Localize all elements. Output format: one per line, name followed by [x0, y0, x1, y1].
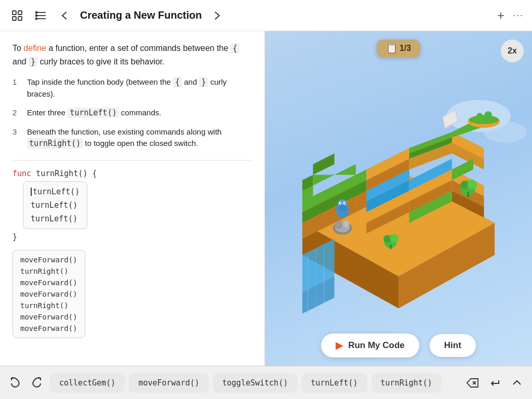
step-3-num: 3: [12, 126, 21, 150]
svg-rect-3: [18, 17, 22, 20]
turnleft-2: turnLeft(): [31, 201, 77, 210]
step-3-text: Beneath the function, use existing comma…: [27, 126, 252, 150]
svg-point-8: [36, 15, 37, 16]
closing-brace: }: [12, 232, 252, 242]
grid-view-button[interactable]: [8, 7, 26, 24]
add-button[interactable]: +: [497, 9, 504, 22]
turnright-inline: turnRight(): [27, 138, 83, 149]
svg-point-7: [36, 11, 37, 13]
delete-key-button[interactable]: [462, 374, 482, 392]
svg-rect-67: [468, 192, 469, 197]
close-brace-inline: }: [199, 77, 208, 87]
svg-point-70: [390, 234, 398, 243]
turnleft-1: turnLeft(): [33, 187, 79, 196]
right-panel: 📋 1/3 2x: [265, 31, 532, 366]
close-brace: }: [29, 57, 37, 67]
bottom-right: [462, 374, 526, 392]
turnleft-3: turnLeft(): [31, 214, 77, 223]
step-1: 1 Tap inside the function body (between …: [12, 76, 252, 100]
func-signature: func turnRight() {: [12, 169, 252, 178]
cmd-6: moveForward(): [20, 313, 77, 321]
cmd-1: moveForward(): [20, 256, 77, 264]
func-body-wrapper: turnLeft() turnLeft() turnLeft(): [23, 181, 252, 229]
divider: [12, 160, 252, 161]
game-bottom-buttons: ▶ Run My Code Hint: [265, 334, 532, 357]
cmd-4: moveForward(): [20, 290, 77, 298]
game-world: [265, 57, 532, 314]
play-icon: ▶: [336, 340, 343, 351]
top-bar: Creating a New Function + ···: [0, 0, 532, 31]
turnleft-inline: turnLeft(): [68, 108, 118, 118]
svg-point-9: [36, 18, 37, 19]
instruction-intro: To define a function, enter a set of com…: [12, 42, 252, 68]
left-panel: To define a function, enter a set of com…: [0, 31, 265, 366]
enter-key-button[interactable]: [486, 374, 504, 392]
cmd-7: moveForward(): [20, 324, 77, 332]
cursor: [31, 188, 32, 196]
step-1-text: Tap inside the function body (between th…: [27, 76, 252, 100]
open-brace: {: [231, 43, 240, 54]
top-bar-left: Creating a New Function: [8, 7, 225, 24]
hint-button[interactable]: Hint: [430, 334, 476, 357]
commands-box[interactable]: moveForward() turnRight() moveForward() …: [12, 250, 85, 338]
svg-rect-2: [12, 17, 16, 20]
svg-point-74: [476, 113, 483, 119]
toggle-switch-chip[interactable]: toggleSwitch(): [213, 373, 297, 393]
undo-button[interactable]: [6, 373, 24, 392]
run-code-button[interactable]: ▶ Run My Code: [321, 334, 419, 357]
main-content: To define a function, enter a set of com…: [0, 31, 532, 366]
svg-point-73: [469, 115, 499, 124]
level-text: 1/3: [400, 44, 411, 53]
forward-button[interactable]: [208, 7, 225, 24]
code-area[interactable]: func turnRight() { turnLeft() turnLeft()…: [12, 169, 252, 338]
turn-right-chip[interactable]: turnRight(): [371, 373, 442, 393]
step-2: 2 Enter three turnLeft() commands.: [12, 107, 252, 119]
func-body-box[interactable]: turnLeft() turnLeft() turnLeft(): [23, 181, 87, 229]
more-options-button[interactable]: ···: [513, 10, 524, 21]
step-1-num: 1: [12, 76, 21, 100]
level-badge: 📋 1/3: [377, 39, 420, 57]
steps-list: 1 Tap inside the function body (between …: [12, 76, 252, 150]
svg-point-57: [344, 203, 345, 204]
collect-gem-chip[interactable]: collectGem(): [50, 373, 125, 393]
badge-icon: 📋: [386, 43, 397, 54]
define-word: define: [23, 44, 46, 52]
turn-left-chip[interactable]: turnLeft(): [301, 373, 367, 393]
step-3: 3 Beneath the function, use existing com…: [12, 126, 252, 150]
back-button[interactable]: [56, 7, 74, 24]
svg-point-56: [340, 203, 341, 204]
svg-point-75: [485, 111, 492, 118]
open-brace-inline: {: [173, 77, 182, 87]
run-label: Run My Code: [348, 340, 405, 351]
step-2-num: 2: [12, 107, 21, 119]
func-name: turnRight() {: [36, 169, 97, 178]
svg-rect-1: [18, 11, 22, 15]
cmd-3: moveForward(): [20, 278, 77, 287]
top-bar-right: + ···: [497, 9, 524, 22]
collapse-button[interactable]: [508, 374, 526, 392]
svg-point-63: [343, 220, 349, 228]
func-keyword: func: [12, 169, 31, 178]
func-body-line-2: turnLeft(): [31, 201, 79, 210]
svg-point-58: [338, 205, 347, 211]
svg-rect-71: [390, 245, 392, 249]
page-title: Creating a New Function: [80, 9, 202, 21]
svg-marker-21: [313, 153, 335, 175]
svg-point-62: [335, 221, 342, 229]
bottom-toolbar: collectGem() moveForward() toggleSwitch(…: [0, 366, 532, 399]
func-body-line-3: turnLeft(): [31, 214, 79, 223]
svg-point-69: [383, 235, 391, 243]
redo-button[interactable]: [28, 373, 46, 392]
func-body-line-1: turnLeft(): [31, 187, 79, 196]
step-2-text: Enter three turnLeft() commands.: [27, 107, 161, 119]
cmd-2: turnRight(): [20, 267, 77, 275]
list-view-button[interactable]: [32, 7, 50, 24]
bottom-left: [6, 373, 46, 392]
cmd-5: turnRight(): [20, 301, 77, 310]
svg-rect-0: [12, 11, 16, 15]
svg-point-66: [468, 180, 477, 190]
move-forward-chip[interactable]: moveForward(): [129, 373, 208, 393]
